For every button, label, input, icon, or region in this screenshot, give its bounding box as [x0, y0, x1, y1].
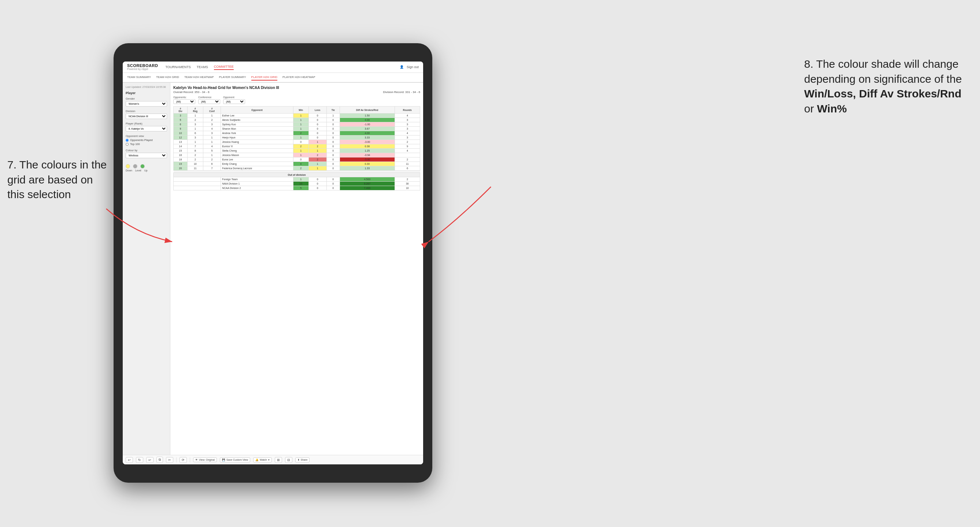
- tab-team-h2h-grid[interactable]: TEAM H2H GRID: [156, 75, 179, 81]
- cell-conf: 1: [203, 153, 221, 157]
- cell-win: 1: [293, 122, 309, 127]
- cell-loss: 2: [309, 144, 326, 149]
- cell-loss: 0: [309, 122, 326, 127]
- cell-rounds: 2: [395, 177, 420, 182]
- table-row: 20 11 7 Federica Domecq Lacroze 2 1 0 1.…: [173, 166, 420, 171]
- opponent-view-label: Opponent view: [126, 134, 167, 138]
- layout-btn[interactable]: ⊞: [275, 457, 282, 463]
- player-rank-select[interactable]: 8. Katelyn Vo: [126, 126, 167, 132]
- cell-conf: 7: [203, 166, 221, 171]
- right-arrow-svg: [421, 183, 495, 249]
- copy-btn[interactable]: ⧉: [156, 457, 163, 463]
- share-btn[interactable]: ⬆ Share: [295, 457, 310, 462]
- tab-player-summary[interactable]: PLAYER SUMMARY: [219, 75, 246, 81]
- top100-radio[interactable]: Top 100: [126, 143, 167, 146]
- nav-teams[interactable]: TEAMS: [197, 65, 208, 70]
- cell-loss: 0: [309, 182, 326, 186]
- cell-tie: 0: [326, 127, 340, 131]
- col-tie: Tie: [326, 106, 340, 114]
- annotation-left: 7. The colours in the grid are based on …: [7, 157, 110, 202]
- tablet-screen: SCOREBOARD Powered by clippd TOURNAMENTS…: [123, 62, 423, 464]
- opponents-filter-select[interactable]: (All): [173, 99, 195, 104]
- cell-tie: 0: [326, 118, 340, 122]
- cell-diff: 4.00: [340, 118, 395, 122]
- cell-loss: 0: [309, 114, 326, 118]
- table-row: 18 2 2 Euna Lee 0 2 0 -5.00 2: [173, 157, 420, 162]
- cell-reg: 1: [187, 114, 203, 118]
- cell-win: 1: [293, 177, 309, 182]
- filter-conference-label: Conference: [198, 96, 220, 98]
- opponent-filter-select[interactable]: (All): [223, 99, 245, 104]
- undo-btn[interactable]: ↩: [126, 457, 133, 463]
- cell-rounds: 2: [395, 157, 420, 162]
- table-row: 10 6 3 Andrea York 2 0 0 4.00 4: [173, 131, 420, 135]
- col-rounds: Rounds: [395, 106, 420, 114]
- cell-opponent: Sydney Kuo: [221, 122, 293, 127]
- colour-labels: Down Level Up: [126, 169, 167, 172]
- cut-icon: ✂: [168, 458, 171, 462]
- cell-opponent: Heejo Hyun: [221, 135, 293, 140]
- gender-select[interactable]: Women's: [126, 101, 167, 106]
- cell-reg: 3: [187, 135, 203, 140]
- cell-tie: 0: [326, 131, 340, 135]
- cell-div: 10: [173, 131, 188, 135]
- cell-loss: 1: [309, 149, 326, 153]
- colour-by-label: Colour by: [126, 149, 167, 152]
- conference-filter-select[interactable]: (All): [198, 99, 220, 104]
- watch-btn[interactable]: 🔔 Watch ▾: [253, 457, 272, 462]
- cut-btn[interactable]: ✂: [166, 457, 173, 463]
- cell-opponent: Stella Cheng: [221, 149, 293, 153]
- cell-rounds: 4: [395, 131, 420, 135]
- cell-loss: 1: [309, 166, 326, 171]
- sign-out-link[interactable]: Sign out: [407, 65, 419, 69]
- grid-title: Katelyn Vo Head-to-Head Grid for Women's…: [173, 86, 420, 90]
- chevron-down-icon: ▾: [268, 459, 270, 462]
- filter-opponents: Opponents: (All): [173, 96, 195, 104]
- annotation-left-text: 7. The colours in the grid are based on …: [7, 159, 107, 200]
- logo-sub: Powered by clippd: [127, 68, 158, 70]
- cell-rounds: 2: [395, 140, 420, 144]
- cell-div: 9: [173, 127, 188, 131]
- copy-icon: ⧉: [159, 458, 161, 462]
- cell-win: 2: [293, 144, 309, 149]
- undo2-btn[interactable]: ↩: [146, 457, 153, 463]
- cell-win: 1: [293, 118, 309, 122]
- cell-win: 15: [293, 182, 309, 186]
- cell-diff: 7.400: [340, 186, 395, 190]
- cell-opponent: NAIA Division 1: [221, 182, 293, 186]
- save-custom-btn[interactable]: 💾 Save Custom View: [220, 457, 250, 462]
- cell-tie: 0: [326, 149, 340, 153]
- cell-opponent: Alexis Sudjianto: [221, 118, 293, 122]
- cell-win: 1: [293, 114, 309, 118]
- cell-loss: 0: [309, 177, 326, 182]
- nav-tournaments[interactable]: TOURNAMENTS: [165, 65, 191, 70]
- cell-diff: 0.38: [340, 144, 395, 149]
- refresh-btn[interactable]: ⟳: [180, 457, 187, 463]
- cell-tie: 0: [326, 182, 340, 186]
- col-diff: Diff Av Strokes/Rnd: [340, 106, 395, 114]
- colour-by-select[interactable]: Win/loss: [126, 153, 167, 158]
- nav-committee[interactable]: COMMITTEE: [214, 64, 234, 70]
- tab-team-h2h-heatmap[interactable]: TEAM H2H HEATMAP: [184, 75, 214, 81]
- division-select[interactable]: NCAA Division III: [126, 114, 167, 119]
- cell-div: 19: [173, 162, 188, 166]
- cell-diff: 1.33: [340, 166, 395, 171]
- cell-diff: -1.00: [340, 122, 395, 127]
- tablet-frame: SCOREBOARD Powered by clippd TOURNAMENTS…: [114, 43, 432, 483]
- view-original-btn[interactable]: 👁 View: Original: [193, 457, 217, 462]
- cell-div: 20: [173, 166, 188, 171]
- tab-team-summary[interactable]: TEAM SUMMARY: [127, 75, 151, 81]
- redo-btn[interactable]: ↻: [136, 457, 143, 463]
- cell-div: 18: [173, 157, 188, 162]
- toolbar-divider-2: [190, 457, 190, 462]
- grid-btn[interactable]: ⊟: [285, 457, 292, 463]
- cell-opponent: Jessica Mason: [221, 153, 293, 157]
- cell-conf: 4: [203, 144, 221, 149]
- tab-player-h2h-heatmap[interactable]: PLAYER H2H HEATMAP: [282, 75, 315, 81]
- tab-player-h2h-grid[interactable]: PLAYER H2H GRID: [251, 75, 277, 81]
- cell-tie: 0: [326, 144, 340, 149]
- cell-rounds: [395, 153, 420, 157]
- opponents-played-radio[interactable]: Opponents Played: [126, 138, 167, 142]
- cell-rounds: 11: [395, 162, 420, 166]
- cell-diff: 4.00: [340, 131, 395, 135]
